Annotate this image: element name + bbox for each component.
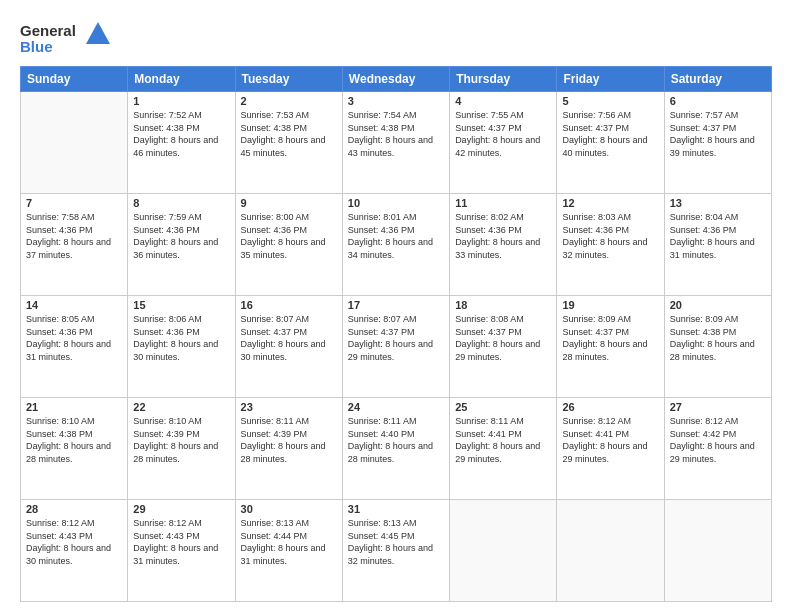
- day-info: Sunrise: 7:58 AMSunset: 4:36 PMDaylight:…: [26, 211, 122, 261]
- day-info: Sunrise: 8:13 AMSunset: 4:44 PMDaylight:…: [241, 517, 337, 567]
- day-number: 18: [455, 299, 551, 311]
- day-cell: 12Sunrise: 8:03 AMSunset: 4:36 PMDayligh…: [557, 194, 664, 296]
- weekday-tuesday: Tuesday: [235, 67, 342, 92]
- day-info: Sunrise: 8:02 AMSunset: 4:36 PMDaylight:…: [455, 211, 551, 261]
- day-number: 14: [26, 299, 122, 311]
- day-info: Sunrise: 8:00 AMSunset: 4:36 PMDaylight:…: [241, 211, 337, 261]
- svg-text:General: General: [20, 22, 76, 39]
- day-cell: 21Sunrise: 8:10 AMSunset: 4:38 PMDayligh…: [21, 398, 128, 500]
- day-number: 4: [455, 95, 551, 107]
- day-number: 16: [241, 299, 337, 311]
- day-info: Sunrise: 7:59 AMSunset: 4:36 PMDaylight:…: [133, 211, 229, 261]
- day-info: Sunrise: 8:07 AMSunset: 4:37 PMDaylight:…: [241, 313, 337, 363]
- day-cell: 31Sunrise: 8:13 AMSunset: 4:45 PMDayligh…: [342, 500, 449, 602]
- day-cell: 14Sunrise: 8:05 AMSunset: 4:36 PMDayligh…: [21, 296, 128, 398]
- day-number: 20: [670, 299, 766, 311]
- day-number: 25: [455, 401, 551, 413]
- day-info: Sunrise: 7:57 AMSunset: 4:37 PMDaylight:…: [670, 109, 766, 159]
- day-cell: 28Sunrise: 8:12 AMSunset: 4:43 PMDayligh…: [21, 500, 128, 602]
- logo-svg: General Blue: [20, 18, 110, 56]
- day-cell: 18Sunrise: 8:08 AMSunset: 4:37 PMDayligh…: [450, 296, 557, 398]
- day-number: 6: [670, 95, 766, 107]
- day-info: Sunrise: 7:54 AMSunset: 4:38 PMDaylight:…: [348, 109, 444, 159]
- day-number: 15: [133, 299, 229, 311]
- day-cell: 2Sunrise: 7:53 AMSunset: 4:38 PMDaylight…: [235, 92, 342, 194]
- day-info: Sunrise: 7:53 AMSunset: 4:38 PMDaylight:…: [241, 109, 337, 159]
- day-info: Sunrise: 8:07 AMSunset: 4:37 PMDaylight:…: [348, 313, 444, 363]
- day-info: Sunrise: 8:05 AMSunset: 4:36 PMDaylight:…: [26, 313, 122, 363]
- day-cell: 26Sunrise: 8:12 AMSunset: 4:41 PMDayligh…: [557, 398, 664, 500]
- day-info: Sunrise: 8:12 AMSunset: 4:42 PMDaylight:…: [670, 415, 766, 465]
- day-cell: 13Sunrise: 8:04 AMSunset: 4:36 PMDayligh…: [664, 194, 771, 296]
- day-number: 26: [562, 401, 658, 413]
- day-info: Sunrise: 8:03 AMSunset: 4:36 PMDaylight:…: [562, 211, 658, 261]
- day-cell: 8Sunrise: 7:59 AMSunset: 4:36 PMDaylight…: [128, 194, 235, 296]
- day-number: 19: [562, 299, 658, 311]
- day-number: 1: [133, 95, 229, 107]
- day-info: Sunrise: 8:11 AMSunset: 4:41 PMDaylight:…: [455, 415, 551, 465]
- day-info: Sunrise: 8:12 AMSunset: 4:43 PMDaylight:…: [26, 517, 122, 567]
- weekday-wednesday: Wednesday: [342, 67, 449, 92]
- day-cell: 6Sunrise: 7:57 AMSunset: 4:37 PMDaylight…: [664, 92, 771, 194]
- day-info: Sunrise: 8:01 AMSunset: 4:36 PMDaylight:…: [348, 211, 444, 261]
- day-cell: 22Sunrise: 8:10 AMSunset: 4:39 PMDayligh…: [128, 398, 235, 500]
- day-number: 17: [348, 299, 444, 311]
- day-info: Sunrise: 8:12 AMSunset: 4:43 PMDaylight:…: [133, 517, 229, 567]
- day-number: 24: [348, 401, 444, 413]
- day-number: 27: [670, 401, 766, 413]
- day-number: 8: [133, 197, 229, 209]
- day-cell: 7Sunrise: 7:58 AMSunset: 4:36 PMDaylight…: [21, 194, 128, 296]
- day-cell: [21, 92, 128, 194]
- day-info: Sunrise: 8:09 AMSunset: 4:38 PMDaylight:…: [670, 313, 766, 363]
- day-info: Sunrise: 7:56 AMSunset: 4:37 PMDaylight:…: [562, 109, 658, 159]
- weekday-friday: Friday: [557, 67, 664, 92]
- day-number: 10: [348, 197, 444, 209]
- header: General Blue: [20, 18, 772, 56]
- svg-text:Blue: Blue: [20, 38, 53, 55]
- page: General Blue SundayMondayTuesdayWednesda…: [0, 0, 792, 612]
- svg-marker-2: [86, 22, 110, 44]
- day-number: 5: [562, 95, 658, 107]
- day-cell: [664, 500, 771, 602]
- calendar: SundayMondayTuesdayWednesdayThursdayFrid…: [20, 66, 772, 602]
- day-cell: 9Sunrise: 8:00 AMSunset: 4:36 PMDaylight…: [235, 194, 342, 296]
- day-cell: 5Sunrise: 7:56 AMSunset: 4:37 PMDaylight…: [557, 92, 664, 194]
- weekday-monday: Monday: [128, 67, 235, 92]
- day-number: 7: [26, 197, 122, 209]
- day-number: 12: [562, 197, 658, 209]
- day-number: 21: [26, 401, 122, 413]
- weekday-sunday: Sunday: [21, 67, 128, 92]
- day-cell: 23Sunrise: 8:11 AMSunset: 4:39 PMDayligh…: [235, 398, 342, 500]
- calendar-body: 1Sunrise: 7:52 AMSunset: 4:38 PMDaylight…: [21, 92, 772, 602]
- day-cell: 15Sunrise: 8:06 AMSunset: 4:36 PMDayligh…: [128, 296, 235, 398]
- day-info: Sunrise: 8:11 AMSunset: 4:39 PMDaylight:…: [241, 415, 337, 465]
- day-info: Sunrise: 8:08 AMSunset: 4:37 PMDaylight:…: [455, 313, 551, 363]
- day-number: 28: [26, 503, 122, 515]
- day-number: 9: [241, 197, 337, 209]
- calendar-header: SundayMondayTuesdayWednesdayThursdayFrid…: [21, 67, 772, 92]
- day-info: Sunrise: 8:10 AMSunset: 4:39 PMDaylight:…: [133, 415, 229, 465]
- day-number: 13: [670, 197, 766, 209]
- day-cell: 16Sunrise: 8:07 AMSunset: 4:37 PMDayligh…: [235, 296, 342, 398]
- day-info: Sunrise: 8:11 AMSunset: 4:40 PMDaylight:…: [348, 415, 444, 465]
- week-row-2: 14Sunrise: 8:05 AMSunset: 4:36 PMDayligh…: [21, 296, 772, 398]
- day-cell: 10Sunrise: 8:01 AMSunset: 4:36 PMDayligh…: [342, 194, 449, 296]
- week-row-3: 21Sunrise: 8:10 AMSunset: 4:38 PMDayligh…: [21, 398, 772, 500]
- day-info: Sunrise: 8:10 AMSunset: 4:38 PMDaylight:…: [26, 415, 122, 465]
- day-cell: 1Sunrise: 7:52 AMSunset: 4:38 PMDaylight…: [128, 92, 235, 194]
- weekday-row: SundayMondayTuesdayWednesdayThursdayFrid…: [21, 67, 772, 92]
- day-cell: 27Sunrise: 8:12 AMSunset: 4:42 PMDayligh…: [664, 398, 771, 500]
- weekday-thursday: Thursday: [450, 67, 557, 92]
- day-cell: 25Sunrise: 8:11 AMSunset: 4:41 PMDayligh…: [450, 398, 557, 500]
- day-cell: 20Sunrise: 8:09 AMSunset: 4:38 PMDayligh…: [664, 296, 771, 398]
- day-info: Sunrise: 7:55 AMSunset: 4:37 PMDaylight:…: [455, 109, 551, 159]
- day-info: Sunrise: 8:09 AMSunset: 4:37 PMDaylight:…: [562, 313, 658, 363]
- day-cell: 11Sunrise: 8:02 AMSunset: 4:36 PMDayligh…: [450, 194, 557, 296]
- day-cell: 19Sunrise: 8:09 AMSunset: 4:37 PMDayligh…: [557, 296, 664, 398]
- day-cell: [450, 500, 557, 602]
- day-info: Sunrise: 8:12 AMSunset: 4:41 PMDaylight:…: [562, 415, 658, 465]
- day-number: 2: [241, 95, 337, 107]
- day-number: 23: [241, 401, 337, 413]
- weekday-saturday: Saturday: [664, 67, 771, 92]
- day-number: 30: [241, 503, 337, 515]
